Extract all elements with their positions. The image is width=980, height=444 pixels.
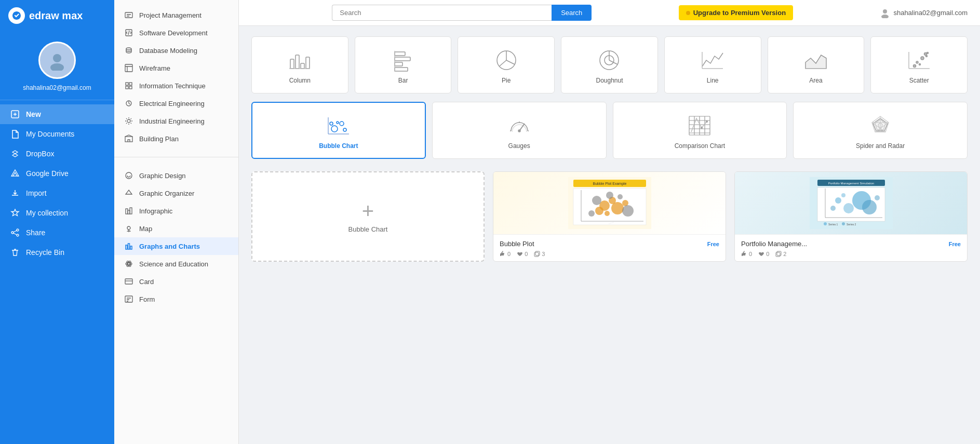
chart-card-gauges[interactable]: Gauges — [432, 102, 607, 159]
svg-point-67 — [331, 126, 338, 132]
middle-item-database-modeling[interactable]: Database Modeling — [114, 42, 238, 59]
sidebar-item-import[interactable]: Import — [0, 183, 114, 203]
svg-point-75 — [518, 130, 520, 132]
svg-rect-14 — [126, 86, 128, 89]
svg-point-19 — [126, 172, 132, 179]
search-input[interactable] — [332, 5, 552, 21]
svg-point-6 — [11, 232, 14, 234]
top-bar: Search Upgrade to Premium Version shahal… — [239, 0, 980, 26]
middle-nav-bottom: Graphic Design Graphic Organizer Infogra… — [114, 160, 238, 314]
template-card-portfolio-management[interactable]: Portfolio Management Simulation — [734, 171, 968, 262]
middle-item-graphs-and-charts[interactable]: Graphs and Charts — [114, 237, 238, 255]
middle-item-form[interactable]: Form — [114, 290, 238, 308]
template-card-new[interactable]: + Bubble Chart — [251, 171, 485, 262]
svg-point-111 — [606, 192, 613, 199]
middle-item-project-management[interactable]: Project Management — [114, 6, 238, 24]
middle-item-map[interactable]: Map — [114, 220, 238, 237]
svg-point-112 — [622, 205, 634, 217]
sidebar-item-my-documents[interactable]: My Documents — [0, 124, 114, 144]
sidebar-item-recycle-bin[interactable]: Recycle Bin — [0, 243, 114, 262]
svg-text:Bubble Plot Example: Bubble Plot Example — [593, 182, 626, 186]
template-card-bubble-plot[interactable]: Bubble Plot Example — [493, 171, 726, 262]
sidebar-item-share[interactable]: Share — [0, 223, 114, 243]
middle-item-information-technique[interactable]: Information Technique — [114, 77, 238, 95]
svg-point-126 — [843, 203, 854, 213]
svg-rect-8 — [125, 12, 132, 18]
chart-card-comparison-chart[interactable]: Comparison Chart — [613, 102, 787, 159]
svg-point-62 — [916, 61, 918, 63]
svg-rect-26 — [128, 244, 130, 249]
svg-rect-37 — [296, 55, 299, 69]
sidebar-item-my-collection[interactable]: My collection — [0, 203, 114, 223]
svg-point-131 — [824, 222, 827, 225]
svg-rect-117 — [535, 251, 540, 255]
middle-item-software-development[interactable]: Software Development — [114, 24, 238, 42]
user-info: shahalina02@gmail.com — [880, 8, 968, 18]
middle-item-infographic[interactable]: Infographic — [114, 202, 238, 220]
middle-item-electrical-engineering[interactable]: Electrical Engineering — [114, 95, 238, 112]
search-button[interactable]: Search — [552, 5, 592, 21]
middle-item-wireframe[interactable]: Wireframe — [114, 59, 238, 77]
sidebar-item-new[interactable]: New — [0, 104, 114, 124]
template-stats-portfolio: 0 0 2 — [741, 251, 961, 257]
sidebar-item-google-drive[interactable]: Google Drive — [0, 164, 114, 183]
plus-icon: + — [362, 200, 374, 221]
middle-item-science-and-education[interactable]: Science and Education — [114, 255, 238, 273]
chart-card-bar[interactable]: Bar — [355, 36, 452, 93]
middle-item-graphic-organizer[interactable]: Graphic Organizer — [114, 184, 238, 202]
svg-point-127 — [835, 197, 841, 204]
template-thumbnail-portfolio: Portfolio Management Simulation — [735, 172, 967, 234]
chart-label-comparison-chart: Comparison Chart — [675, 142, 725, 150]
chart-label-line: Line — [707, 77, 719, 84]
templates-grid: + Bubble Chart Bubble Plot Example — [251, 171, 968, 262]
svg-rect-116 — [534, 252, 539, 257]
chart-label-area: Area — [809, 77, 822, 84]
chart-card-doughnut[interactable]: Doughnut — [561, 36, 658, 93]
svg-rect-41 — [395, 52, 405, 56]
chart-card-bubble-chart[interactable]: Bubble Chart — [251, 102, 426, 159]
svg-point-5 — [17, 229, 19, 231]
svg-rect-42 — [395, 57, 410, 61]
app-title: edraw max — [29, 10, 83, 22]
middle-nav-top: Project Management Software Development … — [114, 0, 238, 154]
profile-email: shahalina02@gmail.com — [23, 84, 91, 91]
svg-point-60 — [925, 56, 927, 57]
svg-point-28 — [128, 263, 130, 265]
svg-point-107 — [595, 207, 603, 215]
sidebar-item-dropbox[interactable]: DropBox — [0, 144, 114, 164]
stat-copy-bubble-plot: 3 — [534, 251, 545, 257]
svg-point-1 — [50, 63, 64, 71]
chart-label-bubble-chart: Bubble Chart — [319, 142, 358, 150]
svg-point-0 — [53, 54, 61, 62]
svg-point-88 — [701, 127, 703, 129]
stat-heart-bubble-plot: 0 — [517, 251, 528, 257]
template-thumbnail-bubble-plot: Bubble Plot Example — [493, 172, 726, 234]
user-profile: shahalina02@gmail.com — [0, 31, 114, 100]
chart-card-pie[interactable]: Pie — [458, 36, 555, 93]
middle-item-graphic-design[interactable]: Graphic Design — [114, 167, 238, 184]
chart-card-column[interactable]: Column — [251, 36, 348, 93]
chart-card-scatter[interactable]: Scatter — [870, 36, 968, 93]
chart-label-gauges: Gauges — [508, 142, 530, 150]
svg-rect-13 — [129, 83, 132, 85]
middle-item-industrial-engineering[interactable]: Industrial Engineering — [114, 112, 238, 130]
stat-thumbup-bubble-plot: 0 — [500, 251, 511, 257]
middle-item-card[interactable]: Card — [114, 273, 238, 290]
svg-point-64 — [913, 65, 916, 68]
upgrade-button[interactable]: Upgrade to Premium Version — [679, 5, 793, 20]
svg-point-87 — [706, 121, 708, 123]
svg-rect-43 — [395, 62, 402, 66]
chart-card-line[interactable]: Line — [664, 36, 761, 93]
svg-rect-38 — [301, 63, 304, 69]
svg-rect-135 — [776, 252, 780, 257]
svg-point-24 — [127, 226, 130, 230]
chart-card-area[interactable]: Area — [768, 36, 865, 93]
chart-card-spider-and-radar[interactable]: Spider and Radar — [793, 102, 968, 159]
template-badge-portfolio: Free — [949, 241, 961, 247]
svg-point-113 — [588, 210, 595, 217]
svg-point-71 — [330, 122, 333, 125]
svg-rect-23 — [130, 208, 132, 214]
middle-item-building-plan[interactable]: Building Plan — [114, 130, 238, 147]
svg-point-17 — [127, 119, 130, 123]
svg-rect-15 — [129, 86, 132, 89]
